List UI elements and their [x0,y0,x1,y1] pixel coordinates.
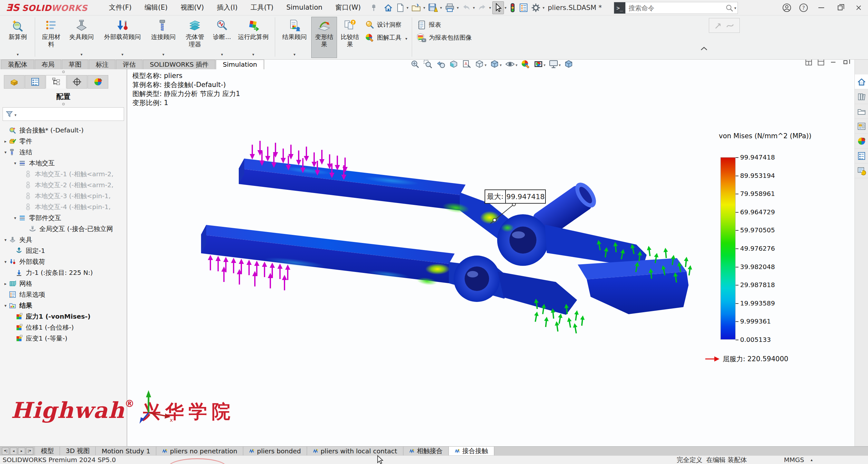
tree-item-mesh[interactable]: 网格 [0,278,127,289]
menu-insert[interactable]: 插入(I) [210,0,244,15]
doc-window-restore-icon[interactable] [841,60,850,67]
panel-tab-property-manager[interactable] [25,75,45,89]
units-caret-icon[interactable]: ▴ [811,456,813,464]
tree-filter-field[interactable] [3,107,124,121]
section-view-icon[interactable] [448,60,459,70]
tree-item-force-1[interactable]: 力-1 (:按条目: 225 N:) [0,267,127,278]
taskpane-file-explorer-button[interactable] [855,104,868,119]
open-button[interactable] [410,2,423,14]
ribbon-plot-tools-button[interactable]: 图解工具 [365,33,407,42]
ribbon-diagnostics-button[interactable]: 诊断... [210,17,234,58]
tree-item-parts[interactable]: 零件 [0,136,127,147]
view-settings-caret-icon[interactable] [558,60,561,68]
ribbon-new-study-button[interactable]: 新算例 [3,17,32,58]
doc-window-pane-icon[interactable] [816,60,826,67]
tree-item-connections[interactable]: 连结 [0,147,127,158]
view-settings-icon[interactable] [548,60,561,70]
tab-assembly[interactable]: 装配体 [1,60,34,69]
tree-item-local-interaction-1[interactable]: 本地交互-1 (-相触<arm-2, [0,168,127,180]
tree-item-component-interactions[interactable]: 零部件交互 [0,212,127,223]
tree-item-fixtures[interactable]: 夹具 [0,234,127,245]
ribbon-include-image-button[interactable]: 为报表包括图像 [416,33,472,42]
undo-button[interactable] [460,2,472,14]
ribbon-connections-advisor-button[interactable]: 连接顾问 [147,17,180,58]
new-study-caret-icon[interactable] [17,52,19,57]
tab-addins[interactable]: SOLIDWORKS 插件 [143,60,215,69]
tree-item-study-root[interactable]: 接合接触* (-Default-) [0,125,127,136]
pliers-model-render[interactable] [127,60,855,446]
units-selector[interactable]: MMGS [784,456,804,464]
display-style-icon[interactable] [489,60,502,70]
tree-item-strain1[interactable]: 应变1 (-等量-) [0,333,127,344]
panel-tab-feature-manager[interactable] [4,75,25,89]
tab-motion-study-1[interactable]: Motion Study 1 [96,446,156,455]
redo-caret-icon[interactable]: ▾ [489,5,491,10]
tab-3d-views[interactable]: 3D 视图 [60,446,96,455]
menu-file[interactable]: 文件(F) [102,0,138,15]
tree-item-local-interaction-2[interactable]: 本地交互-2 (-相触<arm-2, [0,180,127,190]
tree-item-local-interaction-3[interactable]: 本地交互-3 (-相触<pin-1, [0,190,127,202]
help-icon[interactable]: ? [795,0,812,16]
ribbon-run-study-button[interactable]: 运行此算例 [234,17,272,58]
taskpane-forum-button[interactable] [855,163,868,178]
tree-item-displacement1[interactable]: 位移1 (-合位移-) [0,322,127,333]
tab-simulation[interactable]: Simulation [216,60,264,69]
menu-view[interactable]: 视图(V) [174,0,210,15]
tab-study-pliers-local-contact[interactable]: pliers with local contact [307,446,403,455]
ribbon-design-insight-button[interactable]: 设计洞察 [365,20,407,30]
hide-show-caret-icon[interactable] [515,60,518,68]
window-minimize-button[interactable] [812,0,831,16]
tree-item-local-interactions[interactable]: 本地交互 [0,158,127,168]
view-orientation-icon[interactable] [474,60,487,70]
filter-caret-icon[interactable] [14,110,17,118]
doc-window-minimize-icon[interactable] [828,60,838,67]
undo-caret-icon[interactable]: ▾ [473,5,475,10]
ribbon-external-loads-button[interactable]: 外部载荷顾问 [98,17,147,58]
pin-menu-icon[interactable] [371,4,377,11]
select-caret-icon[interactable]: ▾ [504,5,506,10]
ribbon-results-advisor-button[interactable]: 结果顾问 [278,17,311,58]
tab-study-pliers-bonded[interactable]: pliers bonded [243,446,307,455]
results-advisor-caret-icon[interactable] [293,52,296,57]
tab-study-bonded-contact[interactable]: 接合接触 [449,446,494,455]
previous-view-icon[interactable] [435,60,446,70]
ribbon-collapse-chevron-icon[interactable] [701,47,708,51]
home-button[interactable] [382,2,394,14]
panel-splitter-handle-2[interactable] [62,103,65,105]
taskpane-home-button[interactable] [855,74,868,89]
menu-simulation[interactable]: Simulation [280,0,329,15]
rebuild-button[interactable] [508,1,518,14]
run-study-caret-icon[interactable] [252,52,254,57]
ribbon-compare-results-button[interactable]: ? 比较结果 [337,17,363,58]
search-caret-icon[interactable]: ▾ [734,6,736,10]
search-input[interactable] [625,4,725,12]
open-caret-icon[interactable]: ▾ [423,5,425,10]
panel-tab-configuration-manager[interactable] [46,75,66,89]
tab-sketch[interactable]: 草图 [62,60,88,69]
menu-edit[interactable]: 编辑(E) [138,0,174,15]
apply-scene-icon[interactable] [533,60,546,70]
graphics-viewport[interactable]: A 模型名称: pliers 算例名称: 接合接触(-Default-) 图解类… [127,60,855,446]
max-value-callout[interactable]: 最大: 99.947418 [485,189,546,204]
save-button[interactable] [427,2,439,14]
view-orientation-caret-icon[interactable] [484,60,487,68]
settings-caret-icon[interactable]: ▾ [542,5,545,10]
user-account-icon[interactable] [778,0,795,16]
tab-evaluate[interactable]: 评估 [116,60,143,69]
zoom-to-area-icon[interactable] [423,60,433,70]
tree-item-local-interaction-4[interactable]: 本地交互-4 (-相触<pin-1, [0,202,127,212]
3d-cube-icon[interactable] [563,60,574,70]
panel-splitter-handle[interactable] [62,70,65,73]
tab-markup[interactable]: 标注 [89,60,115,69]
taskpane-view-palette-button[interactable] [855,119,868,134]
external-loads-caret-icon[interactable] [121,52,123,57]
tab-layout[interactable]: 布局 [35,60,61,69]
print-button[interactable] [443,2,456,14]
tab-scroll-first-icon[interactable]: ⯇| [2,447,9,455]
tree-item-global-interaction[interactable]: 全局交互 (-接合-已独立网 [0,223,127,234]
plot-tools-caret-icon[interactable] [404,34,407,41]
print-caret-icon[interactable]: ▾ [457,5,459,10]
select-tool-button[interactable] [492,1,504,14]
tree-item-result-options[interactable]: 结果选项 [0,289,127,300]
edit-appearance-icon[interactable] [520,60,531,70]
